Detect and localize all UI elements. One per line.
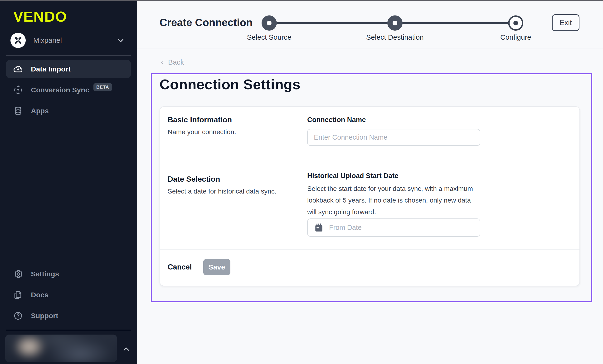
sidebar-item-settings[interactable]: Settings <box>6 265 131 283</box>
from-date-placeholder: From Date <box>329 224 362 232</box>
back-label: Back <box>168 58 184 66</box>
workspace-name: Mixpanel <box>33 36 62 44</box>
sidebar-primary-nav: Data Import Conversion Sync BETA <box>6 60 131 120</box>
wizard-header: Create Connection Select Source Select D… <box>137 0 603 48</box>
gear-icon <box>13 269 23 279</box>
sidebar-item-apps[interactable]: Apps <box>6 102 131 120</box>
save-button[interactable]: Save <box>203 259 230 275</box>
section-heading: Date Selection <box>168 175 220 184</box>
sidebar-item-label: Support <box>31 312 58 320</box>
chevron-up-icon[interactable] <box>122 345 131 354</box>
window-top-strip <box>0 0 603 1</box>
date-selection-section: Date Selection Select a date for histori… <box>160 156 580 250</box>
vendo-logo: VENDO <box>13 8 67 25</box>
blurred-user-info <box>5 335 117 362</box>
panel-title: Connection Settings <box>160 76 301 93</box>
sidebar-divider <box>6 55 131 56</box>
chevron-left-icon <box>160 59 165 65</box>
step-indicator-select-source <box>262 15 277 31</box>
step-label-configure: Configure <box>500 33 531 41</box>
actions-row: Cancel Save <box>160 250 580 285</box>
step-indicator-select-destination <box>387 15 403 31</box>
settings-card: Basic Information Name your connection. … <box>160 106 580 286</box>
workspace-selector[interactable]: Mixpanel <box>6 31 131 50</box>
cancel-button[interactable]: Cancel <box>168 263 192 271</box>
cloud-download-icon <box>13 64 23 74</box>
start-date-description: Select the start date for your data sync… <box>307 183 475 218</box>
from-date-input[interactable]: From Date <box>307 219 480 237</box>
main-area: Create Connection Select Source Select D… <box>137 0 603 364</box>
sidebar-item-label: Apps <box>31 107 49 115</box>
sidebar-item-label: Docs <box>31 291 48 299</box>
chevron-down-icon <box>116 36 125 45</box>
exit-button[interactable]: Exit <box>552 14 580 31</box>
help-icon <box>13 311 23 320</box>
page-title: Create Connection <box>160 17 253 29</box>
user-account-chip[interactable] <box>5 335 117 362</box>
basic-information-section: Basic Information Name your connection. … <box>160 107 580 156</box>
sidebar-item-label: Settings <box>31 270 59 278</box>
connection-settings-panel: Connection Settings Basic Information Na… <box>151 73 592 302</box>
section-description: Name your connection. <box>168 128 236 136</box>
sidebar-item-data-import[interactable]: Data Import <box>6 60 131 78</box>
connection-name-label: Connection Name <box>307 116 366 124</box>
step-label-select-destination: Select Destination <box>366 33 424 41</box>
docs-icon <box>13 290 23 300</box>
sidebar-item-conversion-sync[interactable]: Conversion Sync BETA <box>6 81 131 99</box>
section-heading: Basic Information <box>168 115 232 124</box>
sidebar-item-label: Data Import <box>31 65 71 73</box>
sidebar-item-docs[interactable]: Docs <box>6 286 131 304</box>
beta-badge: BETA <box>93 83 112 91</box>
mixpanel-logo-icon <box>13 36 23 45</box>
conversion-sync-icon <box>13 85 23 95</box>
section-description: Select a date for historical data sync. <box>168 188 277 195</box>
start-date-label: Historical Upload Start Date <box>307 172 398 180</box>
calendar-icon <box>314 223 324 233</box>
connection-name-input[interactable] <box>307 129 480 146</box>
database-icon <box>13 106 23 116</box>
sidebar-divider <box>6 330 131 330</box>
step-indicator-configure <box>508 15 523 31</box>
back-link[interactable]: Back <box>160 58 184 66</box>
sidebar-item-support[interactable]: Support <box>6 307 131 325</box>
step-label-select-source: Select Source <box>247 33 291 41</box>
mixpanel-avatar <box>11 33 26 48</box>
sidebar: VENDO Mixpanel Data Import <box>0 0 137 364</box>
sidebar-footer-nav: Settings Docs Support <box>6 265 131 325</box>
sidebar-item-label: Conversion Sync <box>31 86 89 94</box>
